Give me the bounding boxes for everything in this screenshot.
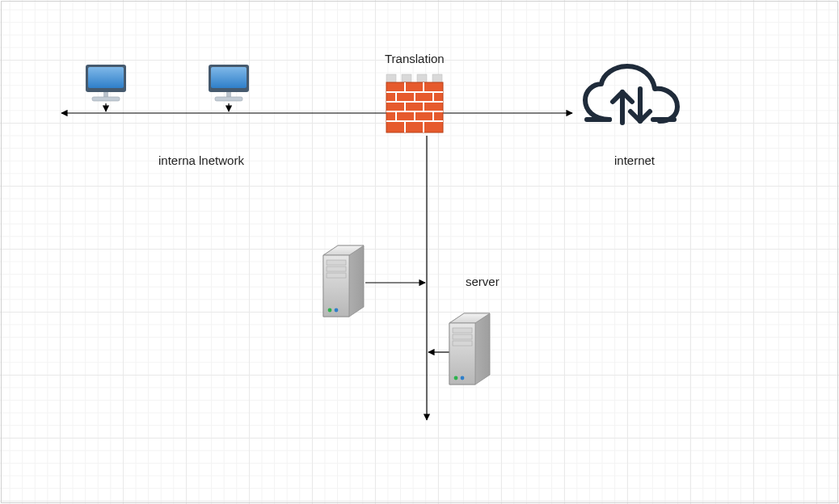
svg-rect-12 (386, 82, 443, 132)
svg-rect-8 (386, 74, 396, 82)
svg-point-47 (454, 376, 458, 380)
internet-label: internet (614, 153, 655, 167)
svg-rect-6 (226, 92, 231, 97)
svg-rect-44 (453, 328, 472, 333)
svg-rect-1 (88, 67, 124, 88)
svg-rect-10 (417, 74, 427, 82)
svg-point-40 (335, 309, 339, 313)
server-icon (323, 246, 364, 317)
svg-rect-11 (432, 74, 442, 82)
firewall-label: Translation (385, 52, 445, 65)
svg-rect-5 (211, 67, 247, 88)
internal-network-label: interna lnetwork (158, 153, 244, 167)
svg-rect-46 (453, 341, 472, 346)
svg-rect-37 (327, 267, 346, 271)
svg-rect-38 (327, 273, 346, 278)
server-label: server (466, 275, 500, 288)
firewall-icon (386, 74, 443, 132)
svg-rect-45 (453, 334, 472, 339)
svg-rect-9 (402, 74, 411, 82)
server-icon (449, 313, 490, 384)
cloud-icon (585, 66, 677, 123)
monitor-icon (209, 65, 249, 101)
monitor-icon (86, 65, 126, 101)
svg-point-39 (328, 309, 332, 313)
svg-rect-36 (327, 260, 346, 265)
diagram-canvas (0, 0, 839, 504)
svg-rect-2 (103, 92, 108, 97)
svg-point-48 (461, 376, 465, 380)
svg-rect-7 (215, 97, 242, 101)
svg-rect-3 (92, 97, 120, 101)
